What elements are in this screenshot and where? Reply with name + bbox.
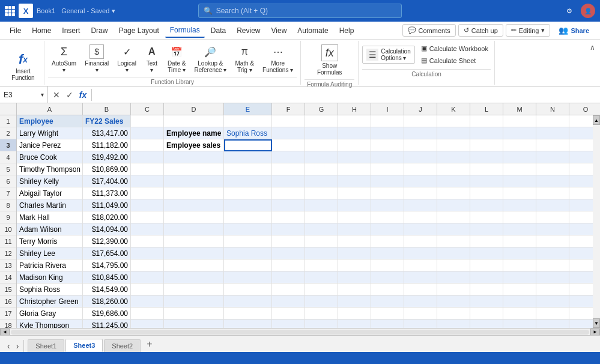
cell-j15[interactable] [404, 284, 437, 296]
cell-h13[interactable] [338, 259, 371, 271]
cell-l17[interactable] [470, 308, 503, 320]
lookup-button[interactable]: 🔎 Lookup &Reference ▾ [190, 42, 230, 76]
cell-e18[interactable] [224, 320, 272, 328]
cell-g12[interactable] [305, 247, 338, 259]
col-header-m[interactable]: M [503, 103, 536, 115]
cell-c4[interactable] [131, 151, 164, 163]
cell-j13[interactable] [404, 259, 437, 271]
cell-b15[interactable]: $14,549.00 [83, 284, 131, 296]
cell-g11[interactable] [305, 235, 338, 247]
menu-automate[interactable]: Automate [292, 24, 333, 37]
cell-f12[interactable] [272, 247, 305, 259]
show-formulas-button[interactable]: fx ShowFormulas [314, 42, 346, 78]
cell-m12[interactable] [503, 247, 536, 259]
cell-i1[interactable] [371, 115, 404, 127]
col-header-n[interactable]: N [536, 103, 569, 115]
cell-l9[interactable] [470, 211, 503, 223]
cell-a4[interactable]: Bruce Cook [17, 151, 83, 163]
cell-a15[interactable]: Sophia Ross [17, 284, 83, 296]
cell-n14[interactable] [536, 271, 569, 284]
cell-f6[interactable] [272, 175, 305, 187]
cell-h18[interactable] [338, 320, 371, 328]
col-header-o[interactable]: O [569, 103, 600, 115]
cell-m5[interactable] [503, 163, 536, 175]
cell-h15[interactable] [338, 284, 371, 296]
cell-e5[interactable] [224, 163, 272, 175]
scroll-right-button[interactable]: ► [590, 329, 600, 336]
cell-o12[interactable] [569, 247, 593, 259]
cell-f16[interactable] [272, 296, 305, 308]
cell-m14[interactable] [503, 271, 536, 284]
cell-b3[interactable]: $11,182.00 [83, 139, 131, 151]
cell-d8[interactable] [164, 199, 224, 211]
cell-g10[interactable] [305, 223, 338, 235]
cell-h6[interactable] [338, 175, 371, 187]
row-num-7[interactable]: 7 [0, 187, 16, 199]
cell-e11[interactable] [224, 235, 272, 247]
cell-e6[interactable] [224, 175, 272, 187]
cell-b11[interactable]: $12,390.00 [83, 235, 131, 247]
row-num-14[interactable]: 14 [0, 271, 16, 284]
cell-a16[interactable]: Christopher Green [17, 296, 83, 308]
cell-d2[interactable]: Employee name [164, 127, 224, 139]
cell-e14[interactable] [224, 271, 272, 284]
cell-d17[interactable] [164, 308, 224, 320]
cell-h4[interactable] [338, 151, 371, 163]
cell-b7[interactable]: $11,373.00 [83, 187, 131, 199]
cell-f5[interactable] [272, 163, 305, 175]
cell-n18[interactable] [536, 320, 569, 328]
cell-n13[interactable] [536, 259, 569, 271]
cell-i14[interactable] [371, 271, 404, 284]
cell-m6[interactable] [503, 175, 536, 187]
cell-e3[interactable] [224, 139, 272, 151]
cell-j1[interactable] [404, 115, 437, 127]
cell-l6[interactable] [470, 175, 503, 187]
menu-insert[interactable]: Insert [57, 24, 85, 37]
row-num-10[interactable]: 10 [0, 223, 16, 235]
col-header-f[interactable]: F [272, 103, 305, 115]
cell-n7[interactable] [536, 187, 569, 199]
insert-function-button[interactable]: fx InsertFunction [8, 50, 38, 83]
cell-b1[interactable]: FY22 Sales [83, 115, 131, 127]
cancel-formula-button[interactable]: ✕ [50, 89, 62, 101]
name-box-chevron[interactable]: ▾ [41, 91, 44, 98]
cell-o13[interactable] [569, 259, 593, 271]
cell-j6[interactable] [404, 175, 437, 187]
cell-n15[interactable] [536, 284, 569, 296]
cell-l16[interactable] [470, 296, 503, 308]
cell-i10[interactable] [371, 223, 404, 235]
tab-scroll-right[interactable]: › [14, 340, 22, 352]
cell-d9[interactable] [164, 211, 224, 223]
cell-g6[interactable] [305, 175, 338, 187]
cell-d10[interactable] [164, 223, 224, 235]
cell-c3[interactable] [131, 139, 164, 151]
editing-button[interactable]: ✏ Editing ▾ [506, 24, 551, 37]
cell-g14[interactable] [305, 271, 338, 284]
avatar[interactable]: 👤 [581, 4, 595, 18]
cell-o18[interactable] [569, 320, 593, 328]
menu-draw[interactable]: Draw [86, 24, 112, 37]
scroll-left-button[interactable]: ◄ [0, 329, 10, 336]
cell-m13[interactable] [503, 259, 536, 271]
cell-l8[interactable] [470, 199, 503, 211]
col-header-b[interactable]: B [83, 103, 131, 115]
cell-i15[interactable] [371, 284, 404, 296]
cell-g5[interactable] [305, 163, 338, 175]
cell-l1[interactable] [470, 115, 503, 127]
cell-e13[interactable] [224, 259, 272, 271]
name-box[interactable]: E3 ▾ [0, 86, 48, 103]
cell-g2[interactable] [305, 127, 338, 139]
row-num-16[interactable]: 16 [0, 296, 16, 308]
cell-j18[interactable] [404, 320, 437, 328]
cell-n17[interactable] [536, 308, 569, 320]
scroll-up-button[interactable]: ▲ [593, 115, 600, 125]
cell-o3[interactable] [569, 139, 593, 151]
cell-l11[interactable] [470, 235, 503, 247]
cell-k3[interactable] [437, 139, 470, 151]
row-num-6[interactable]: 6 [0, 175, 16, 187]
cell-d14[interactable] [164, 271, 224, 284]
row-num-13[interactable]: 13 [0, 259, 16, 271]
row-num-4[interactable]: 4 [0, 151, 16, 163]
cell-j5[interactable] [404, 163, 437, 175]
cell-o8[interactable] [569, 199, 593, 211]
